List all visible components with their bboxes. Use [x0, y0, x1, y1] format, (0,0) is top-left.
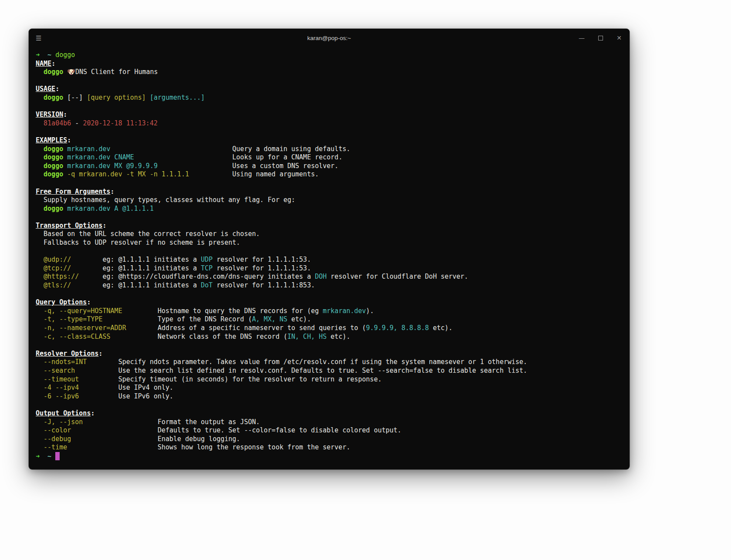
terminal-text	[36, 68, 44, 76]
window-controls: — ✕	[578, 34, 623, 41]
terminal-line	[36, 77, 623, 85]
terminal-text: EXAMPLES	[36, 136, 67, 144]
terminal-text: --ndots=INT	[44, 358, 87, 366]
terminal-text: doggo	[44, 162, 63, 170]
terminal-text: [arguments...]	[150, 94, 205, 101]
terminal-line: --timeout Specify timeout (in seconds) f…	[36, 375, 623, 384]
terminal-text: -q, --query=HOSTNAME	[44, 307, 122, 315]
terminal-line: Fallbacks to UDP resolver if no scheme i…	[36, 239, 623, 247]
terminal-line: @tls:// eg: @1.1.1.1 initiates a DoT res…	[36, 281, 623, 290]
terminal-text: Use IPv6 only.	[79, 392, 173, 400]
terminal-text	[146, 94, 150, 101]
terminal-text	[36, 384, 44, 391]
terminal-text	[36, 367, 44, 374]
terminal-line: NAME:	[36, 60, 623, 68]
terminal-line: --time Shows how long the response took …	[36, 443, 623, 452]
terminal-text: -J, --json	[44, 418, 83, 426]
terminal-text	[40, 51, 47, 59]
terminal-text: ➜	[36, 452, 40, 460]
terminal-text: Address of a specific nameserver to send…	[126, 324, 366, 332]
terminal-text: Based on the URL scheme the correct reso…	[36, 230, 260, 238]
titlebar[interactable]: ☰ karan@pop-os:~ — ✕	[29, 29, 630, 47]
terminal-text: A, MX, NS	[252, 315, 287, 323]
terminal-text: eg: @1.1.1.1 initiates a	[71, 281, 201, 289]
terminal-text	[36, 426, 44, 434]
close-button[interactable]: ✕	[616, 34, 623, 41]
terminal-text: doggo	[55, 51, 75, 59]
terminal-text: :	[55, 85, 59, 93]
terminal-text: resolver for 1.1.1.1:53.	[212, 264, 311, 272]
terminal-text: @tls://	[44, 281, 71, 289]
terminal-text	[36, 358, 44, 366]
terminal-text: Enable debug logging.	[71, 435, 240, 443]
terminal-text: DNS Client for Humans	[75, 68, 158, 76]
terminal-text: resolver for 1.1.1.1:853.	[212, 281, 315, 289]
terminal-text: 🐶	[67, 68, 75, 76]
terminal-text	[51, 452, 55, 460]
terminal-text: :	[99, 350, 103, 358]
terminal-text: Specify timeout (in seconds) for the res…	[79, 375, 381, 383]
terminal-text: ).	[366, 307, 374, 315]
terminal-text: mrkaran.dev CNAME	[63, 153, 134, 161]
maximize-button[interactable]	[597, 34, 604, 41]
terminal-text	[36, 205, 44, 213]
terminal-line: doggo -q mrkaran.dev -t MX -n 1.1.1.1 Us…	[36, 170, 623, 179]
terminal-text	[36, 324, 44, 332]
terminal-text	[36, 153, 44, 161]
terminal-line	[36, 128, 623, 136]
terminal-text: NAME	[36, 60, 51, 67]
terminal-text: [--]	[63, 94, 87, 101]
terminal-line: --search Use the search list defined in …	[36, 367, 623, 375]
terminal-text: -q mrkaran.dev -t MX -n 1.1.1.1	[63, 170, 189, 178]
terminal-text: :	[87, 298, 91, 306]
terminal-text: mrkaran.dev A @1.1.1.1	[63, 205, 154, 213]
terminal-text	[36, 273, 44, 280]
terminal-text: IN, CH, HS	[287, 333, 327, 341]
terminal-text	[51, 51, 55, 59]
terminal-line	[36, 102, 623, 111]
terminal-text: :	[91, 409, 94, 417]
terminal-text: mrkaran.dev	[63, 145, 110, 153]
terminal-text: @udp://	[44, 256, 71, 263]
terminal-text: @tcp://	[44, 264, 71, 272]
terminal-line: -J, --json Format the output as JSON.	[36, 418, 623, 427]
terminal-text: Hostname to query the DNS records for (e…	[122, 307, 323, 315]
terminal-text: Uses a custom DNS resolver.	[158, 162, 338, 170]
terminal-text: -4 --ipv4	[44, 384, 79, 391]
terminal-line: -6 --ipv6 Use IPv6 only.	[36, 392, 623, 401]
terminal-text	[40, 452, 47, 460]
terminal-text	[36, 443, 44, 451]
terminal-text: ~	[47, 51, 51, 59]
terminal-text: --debug	[44, 435, 71, 443]
menu-icon[interactable]: ☰	[36, 35, 41, 41]
terminal-text: eg: @1.1.1.1 initiates a	[71, 264, 201, 272]
terminal-line: -q, --query=HOSTNAME Hostname to query t…	[36, 307, 623, 316]
terminal-text	[36, 170, 44, 178]
terminal-text: doggo	[44, 94, 63, 101]
terminal-text: doggo	[44, 205, 63, 213]
terminal-output: ➜ ~ doggoNAME: doggo 🐶DNS Client for Hum…	[29, 47, 630, 461]
terminal-text: Network class of the DNS record (	[111, 333, 287, 341]
terminal-line: Supply hostnames, query types, classes w…	[36, 196, 623, 205]
terminal-line: -t, --type=TYPE Type of the DNS Record (…	[36, 315, 623, 324]
terminal-text: ~	[47, 452, 51, 460]
terminal-text: 2020-12-18 11:13:42	[83, 119, 158, 127]
terminal-text: Type of the DNS Record (	[103, 315, 252, 323]
terminal-line: Output Options:	[36, 409, 623, 418]
terminal-text: ➜	[36, 51, 40, 59]
minimize-button[interactable]: —	[578, 34, 585, 41]
terminal-text: 81a04b6	[44, 119, 71, 127]
terminal-text: -c, --class=CLASS	[44, 333, 111, 341]
terminal-text: [query options]	[87, 94, 145, 101]
terminal-text	[36, 315, 44, 323]
terminal-text: -6 --ipv6	[44, 392, 79, 400]
terminal-line: EXAMPLES:	[36, 136, 623, 145]
terminal-text	[63, 68, 67, 76]
window-title: karan@pop-os:~	[29, 35, 630, 41]
terminal-text	[36, 94, 44, 101]
terminal-line: Query Options:	[36, 298, 623, 307]
terminal-line: Free Form Arguments:	[36, 188, 623, 196]
terminal-line: -4 --ipv4 Use IPv4 only.	[36, 384, 623, 392]
terminal-text: Shows how long the response took from th…	[67, 443, 350, 451]
terminal-line: Based on the URL scheme the correct reso…	[36, 230, 623, 239]
